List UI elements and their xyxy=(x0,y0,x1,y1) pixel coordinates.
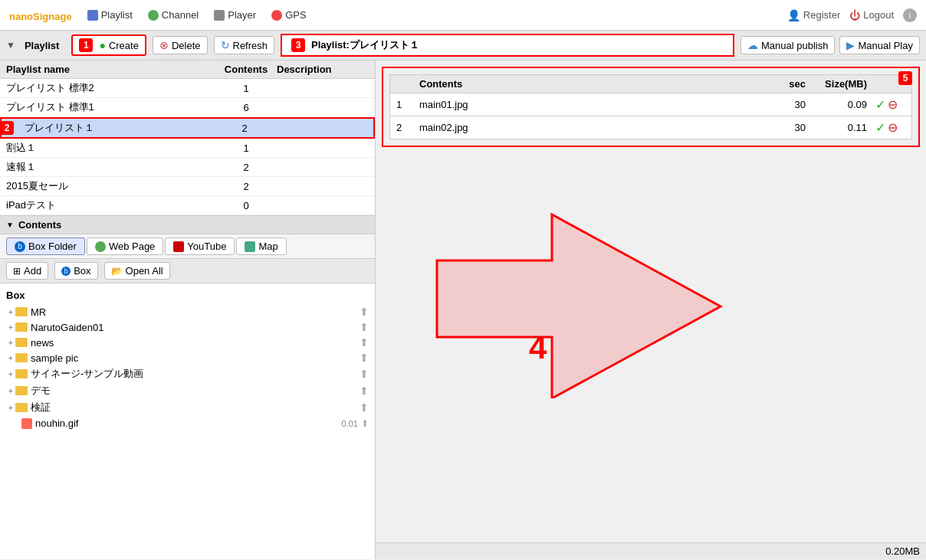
nav-player[interactable]: Player xyxy=(214,9,256,21)
nav-player-label: Player xyxy=(228,9,256,21)
step4-label: 4 xyxy=(529,329,547,366)
table-row[interactable]: iPadテスト 0 xyxy=(0,196,375,215)
info-button[interactable]: i xyxy=(903,8,917,22)
play-icon: ▶ xyxy=(846,39,855,51)
folder-icon xyxy=(15,403,28,412)
file-icon xyxy=(21,418,32,429)
logout-button[interactable]: ⏻ Logout xyxy=(849,9,894,21)
manual-publish-button[interactable]: ☁ Manual publish xyxy=(740,36,835,54)
open-all-label: Open All xyxy=(126,265,163,277)
nav-playlist[interactable]: Playlist xyxy=(87,9,133,21)
web-icon xyxy=(95,241,106,252)
list-item[interactable]: + NarutoGaiden01 ⬆ xyxy=(6,319,369,335)
player-icon xyxy=(214,10,225,21)
table-row[interactable]: 2015夏セール 2 xyxy=(0,177,375,196)
remove-icon[interactable]: ⊖ xyxy=(888,97,898,112)
folder-tree: Box + MR ⬆ + NarutoGaiden01 ⬆ + news xyxy=(0,283,375,559)
open-all-button[interactable]: 📂 Open All xyxy=(104,262,170,280)
folder-name: 検証 xyxy=(31,401,51,414)
expand-icon: + xyxy=(6,404,15,412)
table-row[interactable]: 割込１ 1 xyxy=(0,139,375,158)
table-row[interactable]: 速報１ 2 xyxy=(0,158,375,177)
chevron-down-icon: ▼ xyxy=(6,40,15,51)
step5-badge: 5 xyxy=(898,71,912,85)
list-item[interactable]: + MR ⬆ xyxy=(6,304,369,319)
top-bar: nanoSignage Playlist Channel Player GPS … xyxy=(0,0,926,31)
folder-icon xyxy=(15,386,28,395)
selected-playlist-row[interactable]: 2 プレイリスト１ 2 xyxy=(0,117,375,139)
col-sec-header: sec xyxy=(760,78,806,90)
delete-icon: ⊗ xyxy=(159,39,169,51)
nav-gps-label: GPS xyxy=(285,9,306,21)
table-row[interactable]: プレイリスト 標準2 1 xyxy=(0,79,375,98)
total-size: 0.20MB xyxy=(885,545,920,557)
row-sec: 30 xyxy=(760,122,806,133)
row-contents: 1 xyxy=(215,83,277,94)
nav-gps[interactable]: GPS xyxy=(271,9,306,21)
tab-map[interactable]: Map xyxy=(236,237,286,255)
list-item[interactable]: + sample pic ⬆ xyxy=(6,350,369,365)
tab-map-label: Map xyxy=(258,241,277,252)
plus-icon: ● xyxy=(99,39,105,51)
row-name: main02.jpg xyxy=(419,122,760,133)
upload-icon: ⬆ xyxy=(360,352,369,364)
list-item[interactable]: + サイネージ-サンプル動画 ⬆ xyxy=(6,365,369,382)
delete-button[interactable]: ⊗ Delete xyxy=(153,36,208,54)
logo-nano: nano xyxy=(9,11,33,22)
remove-icon[interactable]: ⊖ xyxy=(888,120,898,135)
tab-box-folder[interactable]: b Box Folder xyxy=(6,237,85,255)
left-panel: Playlist name Contents Description プレイリス… xyxy=(0,61,376,559)
app-logo: nanoSignage xyxy=(9,6,72,24)
upload-icon: ⬆ xyxy=(360,368,369,380)
playlist-section-label: Playlist xyxy=(25,40,60,51)
playlist-table-section: Playlist name Contents Description プレイリス… xyxy=(0,61,375,216)
tab-youtube-label: YouTube xyxy=(187,241,226,252)
list-item[interactable]: nouhin.gif 0.01 ⬆ xyxy=(6,416,369,431)
playlist-tab: 3 Playlist:プレイリスト１ xyxy=(281,34,734,57)
row-contents: 2 xyxy=(215,181,277,192)
list-item[interactable]: + news ⬆ xyxy=(6,335,369,350)
detail-table-wrapper: 5 Contents sec Size(MB) 1 main01.jpg 30 … xyxy=(382,67,920,147)
check-icon[interactable]: ✓ xyxy=(875,97,885,112)
folder-name: サイネージ-サンプル動画 xyxy=(31,367,143,381)
expand-icon: + xyxy=(6,339,15,347)
row-name: 速報１ xyxy=(6,160,215,174)
channel-icon xyxy=(148,10,159,21)
check-icon[interactable]: ✓ xyxy=(875,120,885,135)
table-row[interactable]: プレイリスト 標準1 6 xyxy=(0,98,375,117)
folder-name: デモ xyxy=(31,384,51,398)
tab-youtube[interactable]: YouTube xyxy=(165,237,235,255)
register-icon: 👤 xyxy=(787,9,800,21)
tab-box-folder-label: Box Folder xyxy=(28,241,77,252)
arrow-annotation xyxy=(399,169,782,398)
detail-row[interactable]: 2 main02.jpg 30 0.11 ✓ ⊖ xyxy=(389,116,912,139)
box-button[interactable]: b Box xyxy=(54,262,97,280)
step3-badge: 3 xyxy=(291,38,305,52)
refresh-button[interactable]: ↻ Refresh xyxy=(214,36,275,54)
list-item[interactable]: + デモ ⬆ xyxy=(6,382,369,399)
tab-web-page[interactable]: Web Page xyxy=(87,237,163,255)
youtube-icon xyxy=(173,241,184,252)
nav-channel[interactable]: Channel xyxy=(148,9,199,21)
arrow-area: 4 xyxy=(376,153,926,406)
refresh-icon: ↻ xyxy=(221,39,230,51)
right-panel: 5 Contents sec Size(MB) 1 main01.jpg 30 … xyxy=(376,61,926,559)
box-label: Box xyxy=(74,265,90,277)
top-right-nav: 👤 Register ⏻ Logout i xyxy=(787,8,917,22)
cloud-icon: ☁ xyxy=(747,39,758,51)
register-button[interactable]: 👤 Register xyxy=(787,9,840,21)
col-name-header: Playlist name xyxy=(6,64,215,75)
manual-play-button[interactable]: ▶ Manual Play xyxy=(839,36,920,54)
col-contents-header: Contents xyxy=(215,64,277,75)
gps-icon xyxy=(271,10,282,21)
add-label: Add xyxy=(24,265,41,277)
playlist-tab-label: Playlist:プレイリスト１ xyxy=(311,38,419,52)
create-button[interactable]: 1 ● Create xyxy=(71,34,146,56)
add-button[interactable]: ⊞ Add xyxy=(6,262,48,280)
list-item[interactable]: + 検証 ⬆ xyxy=(6,399,369,416)
bottom-bar: 0.20MB xyxy=(376,542,926,559)
folder-icon xyxy=(15,323,28,332)
contents-section-header: ▼ Contents xyxy=(0,216,375,234)
detail-row[interactable]: 1 main01.jpg 30 0.09 ✓ ⊖ xyxy=(389,93,912,116)
box-small-icon: b xyxy=(61,267,71,276)
